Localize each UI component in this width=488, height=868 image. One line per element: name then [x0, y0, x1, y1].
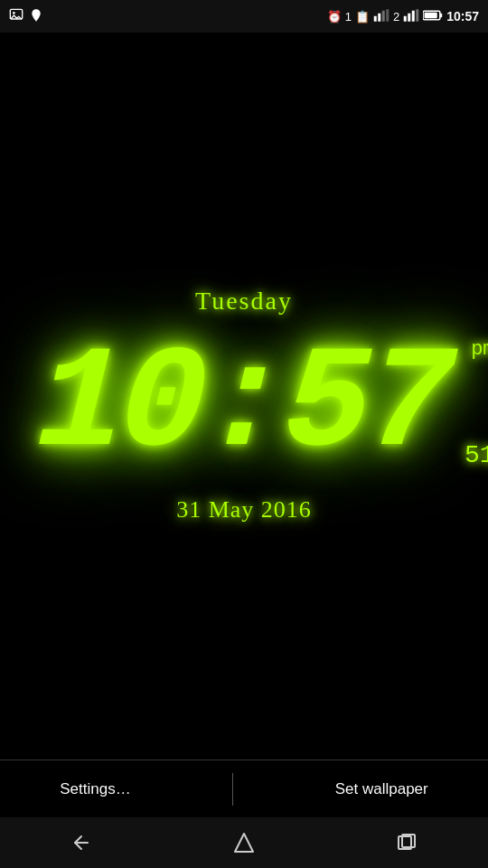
action-bar: Settings… Set wallpaper — [0, 760, 488, 817]
status-right-icons: ⏰ 1 📋 2 10:5 — [327, 8, 479, 25]
ampm-label: pm — [471, 338, 488, 361]
svg-rect-7 — [404, 15, 407, 21]
svg-rect-5 — [382, 10, 385, 21]
svg-rect-10 — [416, 9, 418, 22]
clock-area: Tuesday 10:57 pm 51 31 May 2016 — [0, 33, 488, 778]
signal3-bars — [403, 8, 419, 25]
seconds-label: 51 — [465, 441, 488, 469]
alarm-icon: ⏰ — [327, 10, 342, 24]
svg-rect-8 — [408, 13, 410, 21]
gallery-icon — [9, 8, 23, 25]
clock-display: 10:57 — [34, 334, 453, 478]
home-button[interactable] — [215, 825, 273, 861]
battery-icon — [423, 9, 443, 24]
settings-button[interactable]: Settings… — [42, 771, 148, 807]
status-left-icons — [9, 8, 43, 25]
date-label: 31 May 2016 — [176, 496, 312, 524]
screenshot-icon: 📋 — [355, 10, 370, 24]
location-icon — [29, 8, 43, 25]
svg-rect-3 — [374, 15, 377, 21]
recents-button[interactable] — [378, 825, 436, 861]
signal1-label: 1 — [345, 10, 352, 24]
status-time: 10:57 — [446, 9, 479, 24]
back-button[interactable] — [52, 825, 110, 861]
svg-point-1 — [13, 12, 15, 14]
svg-rect-4 — [378, 13, 380, 21]
svg-rect-6 — [386, 9, 389, 22]
nav-bar — [0, 817, 488, 868]
action-divider — [232, 773, 233, 806]
set-wallpaper-button[interactable]: Set wallpaper — [317, 771, 446, 807]
svg-marker-14 — [235, 834, 253, 852]
day-label: Tuesday — [195, 287, 293, 316]
svg-rect-12 — [440, 13, 442, 17]
clock-wrapper: 10:57 pm 51 — [38, 334, 449, 478]
status-bar: ⏰ 1 📋 2 10:5 — [0, 0, 488, 33]
svg-rect-13 — [425, 12, 437, 17]
signal2-bars — [373, 8, 389, 25]
signal2-label: 2 — [393, 10, 399, 24]
svg-rect-9 — [412, 10, 415, 21]
